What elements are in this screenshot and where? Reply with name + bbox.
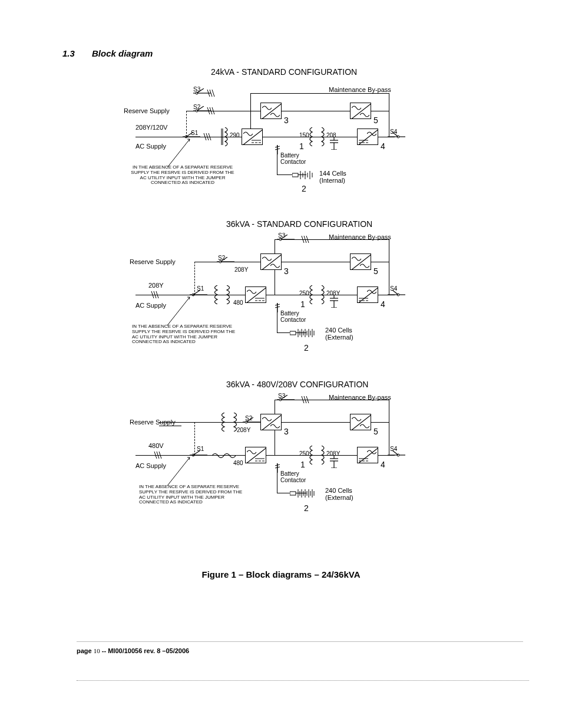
n3: 3 [284, 427, 289, 436]
svg-line-17 [212, 90, 214, 97]
s3-label: S3 [193, 86, 200, 93]
vbus-label: 150 [299, 132, 309, 139]
section-number: 1.3 [62, 48, 75, 58]
vout-label: 208 [326, 132, 336, 139]
footer-page-word: page [77, 647, 92, 654]
vaux-label: 208Y [234, 266, 248, 273]
n5: 5 [373, 266, 378, 276]
diagram1-title: 24kVA - STANDARD CONFIGURATION [211, 67, 357, 77]
cells-loc-label: (External) [325, 334, 353, 341]
footer-rule [77, 641, 523, 642]
batt-cont-label: Battery Contactor [280, 470, 306, 483]
vin-label: 480 [233, 299, 243, 306]
n4: 4 [381, 460, 385, 469]
reserve-note: IN THE ABSENCE OF A SEPARATE RESERVE SUP… [132, 324, 256, 345]
s3-label: S3 [278, 393, 285, 399]
vbus-label: 250 [299, 290, 309, 297]
svg-rect-101 [290, 492, 296, 495]
ac-supply-label: AC Supply [135, 462, 166, 469]
s2-label: S2 [193, 104, 200, 110]
reserve-note: IN THE ABSENCE OF A SEPARATE RESERVE SUP… [118, 165, 247, 186]
s4-label: S4 [390, 129, 397, 135]
svg-line-16 [210, 90, 212, 97]
n3: 3 [284, 116, 289, 125]
s3-label: S3 [278, 232, 285, 239]
reserve-label: Reserve Supply [130, 258, 176, 265]
maint-label: Maintenance By-pass [329, 394, 391, 401]
ac-supply-label: AC Supply [135, 302, 166, 309]
cells-loc-label: (External) [325, 494, 353, 501]
batt-cont-label: Battery Contactor [280, 310, 306, 323]
svg-line-12 [207, 107, 210, 114]
ac-supply-label: AC Supply [135, 143, 166, 150]
n4: 4 [381, 299, 385, 309]
n3: 3 [284, 266, 289, 276]
n5: 5 [373, 116, 378, 125]
s2-label: S2 [245, 415, 252, 421]
footer-rest: -- MI00/10056 rev. 8 –05/2006 [100, 647, 189, 654]
n2: 2 [304, 503, 309, 513]
s1-label: S1 [191, 130, 198, 136]
s4-label: S4 [390, 446, 397, 452]
s2-label: S2 [218, 255, 225, 261]
maint-label: Maintenance By-pass [329, 233, 391, 241]
voltage-label: 208Y [148, 282, 164, 289]
n1: 1 [300, 460, 305, 469]
diagram-3: Reserve Supply 480V AC Supply S1 S2 S3 S… [124, 393, 412, 540]
page-footer: page 10 -- MI00/10056 rev. 8 –05/2006 [77, 647, 189, 654]
n2: 2 [304, 343, 309, 353]
svg-line-50 [302, 236, 304, 243]
s4-label: S4 [390, 285, 397, 292]
reserve-note: IN THE ABSENCE OF A SEPARATE RESERVE SUP… [139, 485, 263, 505]
diagram-1: Reserve Supply 208Y/120V AC Supply S1 S2… [124, 83, 412, 212]
svg-rect-64 [290, 331, 296, 335]
n1: 1 [300, 299, 305, 309]
n4: 4 [381, 141, 385, 151]
svg-line-13 [210, 107, 212, 114]
vin-label: 480 [233, 460, 243, 466]
svg-line-14 [212, 107, 214, 114]
svg-line-51 [304, 236, 306, 243]
n5: 5 [373, 427, 378, 436]
vaux-label: 208Y [237, 427, 250, 433]
svg-line-89 [306, 396, 309, 403]
vin-label: 290 [230, 132, 240, 139]
maint-label: Maintenance By-pass [329, 86, 391, 93]
s1-label: S1 [197, 446, 204, 452]
cells-label: 240 Cells [325, 327, 352, 334]
diagram-2: Reserve Supply 208Y AC Supply S1 S2 S3 S… [124, 232, 412, 374]
svg-line-15 [207, 90, 210, 97]
section-title: Block diagram [92, 48, 153, 58]
s1-label: S1 [197, 285, 204, 292]
vout-label: 208Y [326, 290, 340, 297]
reserve-label: Reserve Supply [130, 419, 176, 426]
voltage-label: 208Y/120V [135, 124, 167, 131]
svg-line-87 [302, 396, 304, 403]
vbus-label: 250 [299, 450, 309, 457]
svg-line-88 [304, 396, 306, 403]
batt-cont-label: Battery Contactor [280, 152, 306, 165]
n2: 2 [302, 184, 306, 193]
footer-page-num: 10 [94, 647, 100, 654]
cells-label: 144 Cells [319, 170, 346, 177]
svg-rect-31 [292, 173, 298, 177]
figure-caption: Figure 1 – Block diagrams – 24/36kVA [0, 569, 562, 579]
cells-label: 240 Cells [325, 487, 352, 494]
cells-loc-label: (Internal) [319, 177, 345, 184]
n1: 1 [299, 141, 304, 151]
diagram2-title: 36kVA - STANDARD CONFIGURATION [226, 219, 372, 229]
vout-label: 208Y [326, 450, 340, 457]
footer-dotted-rule [77, 680, 529, 681]
voltage-label: 480V [148, 442, 164, 449]
diagram3-title: 36kVA - 480V/208V CONFIGURATION [226, 380, 368, 389]
reserve-label: Reserve Supply [124, 107, 170, 114]
svg-line-52 [306, 236, 309, 243]
